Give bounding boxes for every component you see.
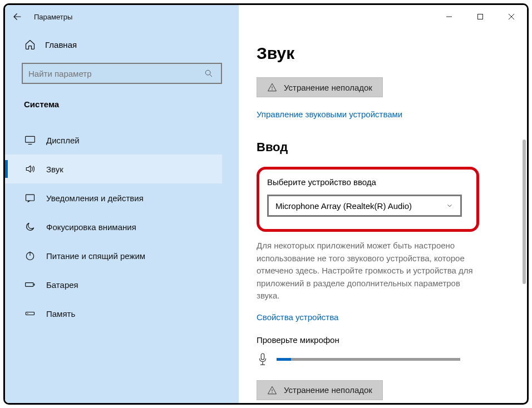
sidebar-item-label: Питание и спящий режим bbox=[46, 251, 145, 261]
search-field[interactable] bbox=[28, 69, 204, 78]
search-input[interactable] bbox=[22, 63, 222, 84]
sidebar-item-storage[interactable]: Память bbox=[5, 299, 222, 328]
sidebar-item-sound[interactable]: Звук bbox=[5, 155, 222, 183]
chevron-down-icon bbox=[446, 202, 454, 210]
sidebar: Главная Система Дисплей bbox=[5, 28, 239, 403]
monitor-icon bbox=[24, 134, 36, 146]
content-pane: Звук Устранение неполадок Управление зву… bbox=[239, 28, 527, 403]
power-icon bbox=[24, 250, 36, 262]
mic-level-fill bbox=[277, 358, 291, 361]
svg-rect-10 bbox=[34, 283, 35, 285]
troubleshoot-label: Устранение неполадок bbox=[284, 83, 372, 92]
arrow-left-icon bbox=[12, 12, 22, 22]
minimize-icon bbox=[446, 13, 452, 20]
svg-point-12 bbox=[27, 313, 28, 314]
input-device-value: Microphone Array (Realtek(R) Audio) bbox=[275, 201, 412, 211]
input-device-highlight: Выберите устройство ввода Microphone Arr… bbox=[257, 167, 479, 232]
sidebar-item-label: Дисплей bbox=[46, 136, 80, 145]
troubleshoot-label-2: Устранение неполадок bbox=[284, 385, 372, 395]
input-device-note: Для некоторых приложений может быть наст… bbox=[257, 240, 485, 302]
svg-rect-11 bbox=[26, 312, 35, 315]
storage-icon bbox=[24, 307, 36, 320]
input-section-heading: Ввод bbox=[257, 140, 505, 155]
sidebar-item-label: Уведомления и действия bbox=[46, 193, 144, 203]
warning-icon bbox=[267, 385, 277, 395]
close-icon bbox=[508, 13, 515, 20]
search-icon bbox=[204, 69, 215, 78]
sidebar-item-display[interactable]: Дисплей bbox=[5, 126, 222, 155]
sidebar-item-label: Батарея bbox=[46, 280, 78, 290]
sidebar-item-label: Память bbox=[46, 309, 75, 319]
input-device-dropdown[interactable]: Microphone Array (Realtek(R) Audio) bbox=[267, 195, 462, 217]
test-mic-label: Проверьте микрофон bbox=[257, 335, 505, 345]
svg-point-17 bbox=[272, 392, 272, 392]
warning-icon bbox=[267, 82, 277, 92]
scrollbar-thumb[interactable] bbox=[523, 140, 526, 284]
sidebar-item-label: Звук bbox=[46, 165, 63, 174]
battery-icon bbox=[24, 278, 36, 291]
sidebar-item-label: Фокусировка внимания bbox=[46, 222, 136, 232]
svg-line-3 bbox=[210, 74, 212, 77]
sidebar-item-notifications[interactable]: Уведомления и действия bbox=[5, 183, 222, 212]
page-heading: Звук bbox=[257, 44, 505, 63]
svg-rect-9 bbox=[26, 283, 33, 287]
home-icon bbox=[24, 38, 36, 51]
microphone-icon bbox=[257, 352, 269, 367]
mic-level-bar bbox=[277, 358, 460, 361]
close-button[interactable] bbox=[496, 5, 527, 28]
input-device-label: Выберите устройство ввода bbox=[267, 177, 466, 187]
svg-rect-6 bbox=[26, 195, 35, 201]
device-properties-link[interactable]: Свойства устройства bbox=[257, 312, 505, 322]
back-button[interactable] bbox=[5, 5, 29, 28]
sidebar-item-power[interactable]: Питание и спящий режим bbox=[5, 241, 222, 270]
svg-rect-1 bbox=[478, 14, 483, 19]
manage-devices-link[interactable]: Управление звуковыми устройствами bbox=[257, 110, 505, 119]
troubleshoot-button-2[interactable]: Устранение неполадок bbox=[257, 380, 383, 400]
sidebar-item-focus[interactable]: Фокусировка внимания bbox=[5, 212, 222, 241]
sidebar-item-battery[interactable]: Батарея bbox=[5, 270, 222, 299]
minimize-button[interactable] bbox=[434, 5, 465, 28]
window-title: Параметры bbox=[34, 13, 72, 21]
maximize-icon bbox=[477, 13, 484, 20]
title-bar: Параметры bbox=[5, 5, 527, 28]
moon-icon bbox=[24, 221, 36, 233]
sidebar-home-label: Главная bbox=[45, 40, 77, 49]
svg-point-14 bbox=[272, 89, 272, 90]
svg-rect-4 bbox=[26, 136, 35, 142]
svg-rect-15 bbox=[261, 354, 264, 360]
sidebar-category: Система bbox=[24, 99, 222, 109]
svg-point-2 bbox=[205, 70, 210, 75]
notification-icon bbox=[24, 192, 36, 204]
speaker-icon bbox=[24, 163, 36, 175]
sidebar-home[interactable]: Главная bbox=[24, 38, 222, 51]
troubleshoot-button[interactable]: Устранение неполадок bbox=[257, 77, 383, 97]
maximize-button[interactable] bbox=[465, 5, 496, 28]
vertical-scrollbar[interactable] bbox=[523, 34, 526, 392]
